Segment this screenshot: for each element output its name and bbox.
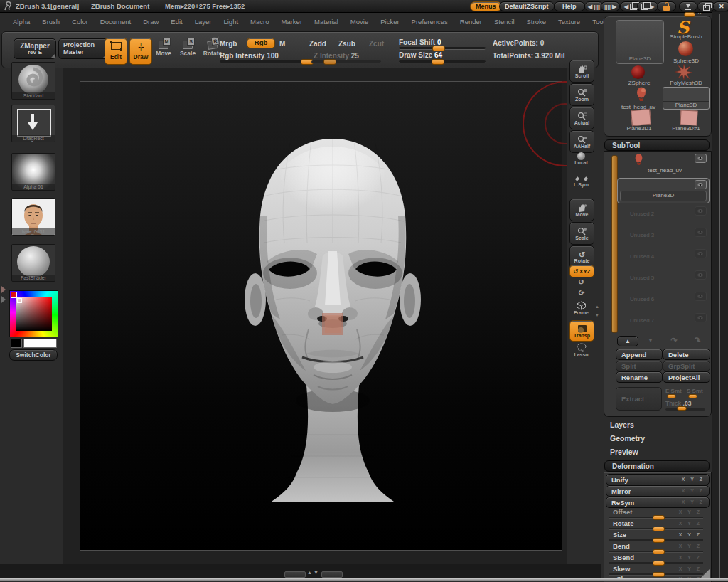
axis-toggles[interactable]: X Y Z [682, 499, 705, 504]
zcut-toggle[interactable]: Zcut [369, 40, 384, 48]
tool-item-sphere3d[interactable]: Sphere3D [663, 58, 710, 64]
rgb-intensity-track[interactable] [220, 60, 312, 63]
delete-button[interactable]: Delete [663, 349, 710, 360]
menu-movie[interactable]: Movie [350, 18, 368, 26]
zmapper-button[interactable]: ZMapperrev-E [14, 38, 56, 59]
tool-item-plane3d1[interactable]: Plane3D1 [616, 125, 663, 132]
sphere3d-icon[interactable] [678, 41, 693, 56]
secondary-color-swatch[interactable] [11, 339, 22, 348]
plane3d1-icon[interactable] [631, 109, 651, 126]
hue-selector-marker[interactable] [11, 292, 17, 298]
axis-toggles[interactable]: X Y Z [679, 544, 702, 549]
esmt-handle[interactable] [667, 394, 676, 398]
move-button[interactable]: M Move [152, 41, 175, 57]
minimize-button[interactable] [679, 1, 697, 11]
canvas-hscroll-right[interactable] [321, 571, 343, 578]
menu-brush[interactable]: Brush [42, 18, 60, 26]
strip-scroll-up-icon[interactable]: ▲ [595, 305, 599, 309]
subtool-down-button[interactable]: ▼ [641, 336, 660, 345]
menu-texture[interactable]: Texture [558, 18, 580, 26]
sbend-slider[interactable]: SBendX Y Z [606, 554, 706, 564]
mirror-button[interactable]: MirrorX Y Z [606, 485, 710, 497]
menu-picker[interactable]: Picker [380, 18, 399, 26]
scale-button[interactable]: S Scale [176, 41, 199, 57]
brush-thumbnail-standard[interactable]: Standard [11, 62, 55, 100]
tool-item-plane3d-hash1[interactable]: Plane3D#1 [663, 125, 710, 132]
menu-alpha[interactable]: Alpha [13, 18, 30, 26]
axis-toggles[interactable]: X Y Z [679, 566, 702, 571]
menu-macro[interactable]: Macro [250, 18, 269, 26]
subtool-row-unused[interactable]: Unused 3 [620, 226, 710, 245]
axis-toggles[interactable]: X Y Z [682, 488, 705, 493]
subtool-row-unused[interactable]: Unused 5 [620, 269, 710, 287]
canvas-hscroll-left[interactable] [284, 571, 306, 578]
rgb-toggle[interactable]: Rgb [247, 38, 275, 48]
visibility-eye-icon[interactable] [695, 206, 707, 216]
visibility-eye-icon[interactable] [695, 270, 707, 280]
switch-color-button[interactable]: SwitchColor [9, 349, 58, 361]
menu-preferences[interactable]: Preferences [412, 18, 448, 26]
palette-slider-handle[interactable] [684, 12, 695, 17]
help-button[interactable]: Help [554, 1, 585, 11]
lock-button[interactable] [657, 1, 676, 11]
m-toggle[interactable]: M [279, 40, 285, 48]
subtool-row-test-head[interactable]: test_head_uv [620, 153, 710, 176]
subtool-insert-button[interactable]: ↷ [687, 336, 707, 345]
texture-thumbnail-ivan[interactable]: Ivan_0131 [11, 198, 55, 236]
bend-slider[interactable]: BendX Y Z [606, 542, 706, 553]
zsub-toggle[interactable]: Zsub [338, 40, 355, 48]
ssmt-slider-label[interactable]: S Smt [687, 388, 703, 394]
current-tool-thumbnail[interactable]: Plane3D [616, 20, 664, 64]
visibility-eye-icon[interactable] [695, 249, 707, 258]
extract-button[interactable]: Extract [616, 387, 662, 411]
axis-toggles[interactable]: X Y Z [679, 555, 702, 560]
draw-button[interactable]: -¦-Draw [129, 38, 152, 65]
grpsplit-button[interactable]: GrpSplit [663, 361, 710, 371]
mrgb-toggle[interactable]: Mrgb [220, 40, 237, 48]
projectall-button[interactable]: ProjectAll [663, 371, 710, 383]
menu-document[interactable]: Document [100, 18, 131, 26]
unify-button[interactable]: UnifyX Y Z [606, 474, 710, 485]
strip-scroll-down-icon[interactable]: ▼ [595, 313, 599, 317]
scale-view-button[interactable]: Scale [569, 222, 594, 245]
draw-size-handle[interactable] [432, 59, 444, 65]
paste-doc-button[interactable]: ▶ [637, 1, 658, 11]
alpha-thumbnail[interactable]: Alpha 01 [11, 153, 55, 191]
visibility-eye-icon[interactable] [695, 180, 707, 189]
divider-right-button[interactable]: ||||▶ [601, 1, 620, 11]
close-button[interactable]: ✕ [713, 1, 728, 11]
append-button[interactable]: Append [616, 349, 663, 360]
size-slider[interactable]: SizeX Y Z [606, 531, 706, 541]
preview-palette-header[interactable]: Preview [610, 448, 638, 456]
menu-material[interactable]: Material [314, 18, 338, 26]
rotate-slider[interactable]: RotateX Y Z [606, 519, 706, 530]
actual-size-button[interactable]: Actual [569, 107, 594, 129]
menu-layer[interactable]: Layer [195, 18, 212, 26]
shelf-arrow-top-icon[interactable] [1, 286, 6, 293]
subtool-row-unused[interactable]: Unused 6 [620, 290, 710, 309]
split-button[interactable]: Split [616, 361, 663, 371]
test-head-icon[interactable] [636, 87, 647, 102]
aahalf-button[interactable]: AAHalf [569, 130, 594, 153]
axis-toggles[interactable]: X Y Z [682, 477, 705, 482]
default-zscript-button[interactable]: DefaultZScript [499, 1, 555, 11]
edit-button[interactable]: Edit [105, 38, 127, 65]
panel-resize-corner[interactable] [700, 568, 710, 578]
rgb-intensity-slider-label[interactable]: Rgb Intensity 100 [220, 52, 279, 60]
draw-size-slider-label[interactable]: Draw Size 64 [399, 51, 442, 59]
projection-master-button[interactable]: ProjectionMaster [58, 38, 108, 59]
subtool-row-unused[interactable]: Unused 4 [620, 248, 710, 266]
menu-stencil[interactable]: Stencil [494, 18, 515, 26]
layers-palette-header[interactable]: Layers [610, 420, 634, 429]
local-button[interactable]: Local [569, 152, 593, 165]
tool-item-zsphere[interactable]: ZSphere [616, 80, 663, 86]
palette-dots-icon[interactable]: ‥ [697, 8, 702, 15]
z-rotation-button[interactable]: ↺ [569, 289, 593, 299]
color-selector-marker[interactable] [17, 298, 22, 303]
visibility-eye-icon[interactable] [695, 228, 707, 237]
thick-handle[interactable] [677, 406, 687, 411]
menu-tool[interactable]: Tool [592, 18, 604, 26]
subtool-row-plane3d-selected[interactable]: Plane3D [617, 178, 710, 203]
axis-toggles[interactable]: X Y Z [679, 532, 702, 537]
menu-draw[interactable]: Draw [143, 18, 159, 26]
